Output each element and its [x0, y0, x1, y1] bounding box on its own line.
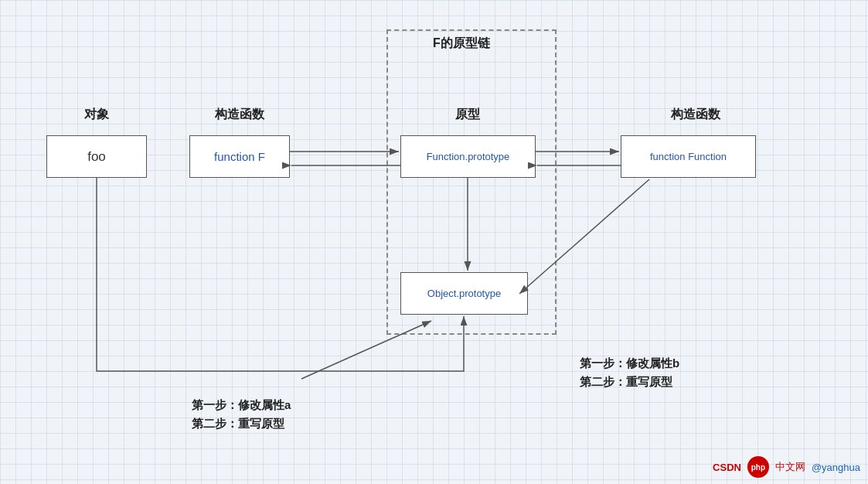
dashed-region-label: F的原型链	[433, 36, 490, 52]
col-label-constructor1: 构造函数	[189, 107, 290, 123]
step-label-left: 第一步：修改属性a 第二步：重写原型	[192, 396, 291, 433]
box-function-function: function Function	[621, 135, 756, 178]
box-function-prototype: Function.prototype	[400, 135, 536, 178]
col-label-object: 对象	[54, 107, 139, 123]
col-label-constructor2: 构造函数	[634, 107, 757, 123]
watermark-csdn: CSDN	[713, 462, 741, 473]
box-object-prototype: Object.prototype	[400, 272, 528, 315]
watermark-php: php	[747, 456, 769, 478]
box-function-f: function F	[189, 135, 290, 178]
watermark: CSDN php 中文网 @yanghua	[713, 456, 860, 478]
box-foo: foo	[46, 135, 147, 178]
col-label-prototype: 原型	[417, 107, 518, 123]
watermark-cn: 中文网	[775, 460, 805, 474]
step-label-right: 第一步：修改属性b 第二步：重写原型	[580, 354, 679, 391]
watermark-user: @yanghua	[812, 462, 860, 473]
diagram-container: F的原型链 对象 构造函数 原型 构造函数 foo function F Fun…	[0, 0, 868, 484]
